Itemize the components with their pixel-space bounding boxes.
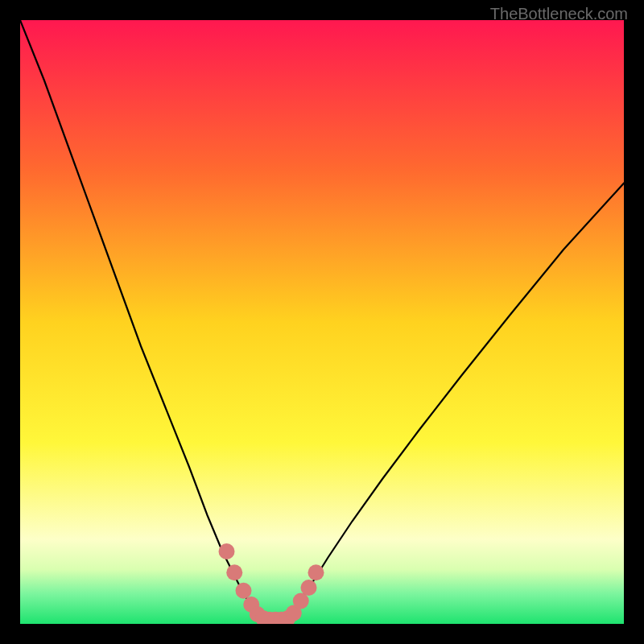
marker-dot: [226, 564, 242, 580]
chart-svg: [20, 20, 624, 624]
marker-dot: [301, 580, 317, 596]
marker-dot: [219, 543, 235, 559]
chart-plot-area: [20, 20, 624, 624]
marker-dot: [308, 564, 324, 580]
marker-dot: [236, 583, 252, 599]
gradient-background: [20, 20, 624, 624]
watermark-text: TheBottleneck.com: [490, 5, 628, 23]
